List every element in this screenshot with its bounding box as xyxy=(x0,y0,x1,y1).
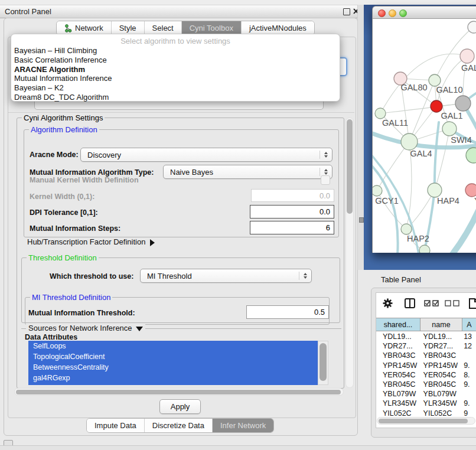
dpi-tolerance-label: DPI Tolerance [0,1]: xyxy=(30,208,98,217)
tab-infer-network[interactable]: Infer Network xyxy=(213,419,273,432)
table-row[interactable]: YDL19...YDL19...13 xyxy=(376,332,476,341)
unchecked-columns-icon[interactable] xyxy=(445,300,460,306)
settings-hscrollbar-thumb[interactable] xyxy=(16,390,341,394)
tab-cyni-toolbox[interactable]: Cyni Toolbox xyxy=(182,21,242,35)
network-node[interactable] xyxy=(465,184,476,197)
table-hscrollbar-thumb[interactable] xyxy=(379,419,468,423)
node-label: HAP2 xyxy=(407,234,429,243)
control-panel-title: Control Panel xyxy=(5,7,51,16)
network-window-titlebar[interactable] xyxy=(372,6,476,19)
network-node[interactable] xyxy=(442,122,457,136)
algorithm-option[interactable]: Basic Correlation Inference xyxy=(11,56,340,65)
table-cell: YBR043C xyxy=(420,351,462,360)
network-node[interactable] xyxy=(401,224,412,234)
which-threshold-combo[interactable]: MI Threshold xyxy=(140,269,312,283)
table-cell: YBL079W xyxy=(420,390,462,398)
node-label: GAL80 xyxy=(400,83,427,92)
sources-section-toggle[interactable]: Sources for Network Inference xyxy=(26,324,145,332)
tab-style[interactable]: Style xyxy=(112,21,145,35)
column-header-name[interactable]: name xyxy=(420,318,462,331)
algorithm-option[interactable]: Bayesian – K2 xyxy=(11,83,340,93)
settings-vscrollbar-thumb[interactable] xyxy=(347,119,353,214)
tab-label: Infer Network xyxy=(220,421,266,430)
mac-zoom-icon[interactable] xyxy=(399,9,407,17)
manual-kernel-checkbox[interactable] xyxy=(321,175,330,185)
network-graph-svg[interactable]: GALGAL80GAL10GAL11GAL1SWI4GAL4GCY1HAP4YH… xyxy=(373,19,476,253)
tab-discretize-data[interactable]: Discretize Data xyxy=(145,419,213,432)
mi-algorithm-value: Naive Bayes xyxy=(170,168,213,177)
algorithm-dropdown-popup: Select algorithm to view settings Bayesi… xyxy=(11,34,340,102)
table-cell: YLR345W xyxy=(376,399,420,407)
checked-columns-icon[interactable] xyxy=(424,300,439,306)
table-row[interactable]: YLR345WYLR345W9. xyxy=(376,399,476,408)
export-table-icon[interactable] xyxy=(468,298,476,309)
column-header-a[interactable]: A xyxy=(462,318,476,331)
network-edge-thick[interactable] xyxy=(446,207,476,253)
network-edge-thick[interactable] xyxy=(373,164,398,253)
manual-kernel-label: Manual Kernel Width Definition xyxy=(30,176,139,184)
network-node[interactable] xyxy=(466,148,476,163)
settings-group-title: Cyni Algorithm Settings xyxy=(22,113,105,122)
network-node[interactable] xyxy=(460,49,474,63)
aracne-mode-combo[interactable]: Discovery xyxy=(80,148,332,162)
algorithm-option[interactable]: Dream8 DC_TDC Algorithm xyxy=(11,93,340,102)
algorithm-option[interactable]: ARACNE Algorithm xyxy=(11,65,340,74)
table-cell: YDL19... xyxy=(376,332,420,341)
network-node[interactable] xyxy=(455,96,471,111)
table-row[interactable]: YBR043CYBR043C xyxy=(376,351,476,360)
hub-section-toggle[interactable]: Hub/Transcription Factor Definition xyxy=(27,237,155,246)
split-columns-icon[interactable] xyxy=(405,298,415,308)
table-cell: YIL052C xyxy=(376,409,420,418)
table-cell: YER054C xyxy=(420,371,462,379)
tab-jactivemnodules[interactable]: jActiveMNodules xyxy=(242,21,314,35)
table-cell: 12 xyxy=(462,342,476,350)
column-header-shared[interactable]: shared... xyxy=(376,318,420,331)
gear-icon[interactable] xyxy=(383,298,393,308)
algorithm-option[interactable]: Mutual Information Inference xyxy=(11,74,340,83)
mac-close-icon[interactable] xyxy=(378,9,386,17)
network-node[interactable] xyxy=(468,21,476,33)
node-label: GAL11 xyxy=(382,118,408,128)
algorithm-dropdown-list: Bayesian – Hill ClimbingBasic Correlatio… xyxy=(11,46,340,102)
network-canvas[interactable]: GALGAL80GAL10GAL11GAL1SWI4GAL4GCY1HAP4YH… xyxy=(372,19,476,253)
network-node[interactable] xyxy=(401,133,418,150)
attribute-item[interactable]: gal4RGexp xyxy=(28,373,318,383)
threshold-definition-title: Threshold Definition xyxy=(27,253,99,262)
table-cell: YIL052C xyxy=(420,409,462,418)
mi-steps-field[interactable]: 6 xyxy=(250,221,334,234)
mi-algorithm-combo[interactable]: Naive Bayes xyxy=(163,165,332,179)
table-row[interactable]: YDR27...YDR27...12 xyxy=(376,341,476,351)
divider-grip-icon[interactable] xyxy=(359,217,364,223)
mac-minimize-icon[interactable] xyxy=(389,9,396,17)
network-node[interactable] xyxy=(419,245,430,253)
apply-button[interactable]: Apply xyxy=(159,399,201,414)
table-cell: YPR145W xyxy=(376,361,420,370)
network-node[interactable] xyxy=(375,108,386,119)
attribute-item[interactable]: TopologicalCoefficient xyxy=(28,351,318,362)
kernel-width-field[interactable]: 0.0 xyxy=(251,189,334,202)
node-label: GAL1 xyxy=(441,111,462,120)
data-attributes-list[interactable]: SelfLoopsTopologicalCoefficientBetweenne… xyxy=(28,341,318,385)
table-row[interactable]: YER054CYER054C8. xyxy=(376,370,476,380)
which-threshold-value: MI Threshold xyxy=(147,272,192,281)
attributes-scrollbar-thumb[interactable] xyxy=(319,343,327,381)
table-cell: 9. xyxy=(462,380,476,389)
network-node[interactable] xyxy=(428,183,442,197)
mi-threshold-field[interactable]: 0.5 xyxy=(246,305,329,319)
table-row[interactable]: YBR045CYBR045C9. xyxy=(376,380,476,389)
tab-label: Discretize Data xyxy=(152,421,204,430)
attribute-item[interactable]: BetweennessCentrality xyxy=(28,362,318,373)
float-window-icon[interactable] xyxy=(343,8,350,15)
attribute-item[interactable]: SelfLoops xyxy=(28,341,318,351)
bottom-tabbar: Impute DataDiscretize DataInfer Network xyxy=(86,418,274,433)
dpi-tolerance-field[interactable]: 0.0 xyxy=(250,205,334,219)
network-node[interactable] xyxy=(431,100,442,112)
table-row[interactable]: YBL079WYBL079W xyxy=(376,389,476,399)
tab-network[interactable]: Network xyxy=(57,21,112,35)
tab-impute-data[interactable]: Impute Data xyxy=(87,419,145,432)
network-node[interactable] xyxy=(429,74,441,86)
network-node[interactable] xyxy=(373,185,382,196)
tab-select[interactable]: Select xyxy=(145,21,182,35)
algorithm-option[interactable]: Bayesian – Hill Climbing xyxy=(11,46,340,56)
table-row[interactable]: YPR145WYPR145W9. xyxy=(376,361,476,370)
